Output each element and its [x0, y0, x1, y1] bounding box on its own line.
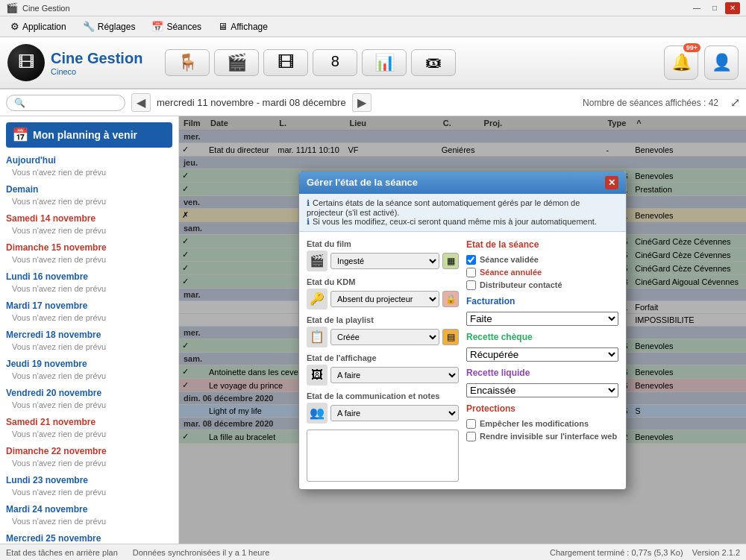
facturation-select[interactable]: Faite A faire Non requis — [466, 312, 618, 326]
etat-playlist-select[interactable]: Créée Non créée En cours — [330, 329, 439, 345]
checkbox-empecher[interactable]: Empêcher les modifications — [466, 419, 618, 429]
statusbar-load: Chargement terminé : 0,77s (5,3 Ko) — [550, 548, 683, 557]
facturation-group: Facturation Faite A faire Non requis — [466, 296, 618, 326]
checkbox-validee-input[interactable] — [466, 255, 476, 265]
ticket-icon: 🎟 — [425, 53, 442, 72]
day-label-4: Lundi 16 novembre — [6, 270, 172, 283]
modal-overlay: Gérer l'état de la séance ✕ ℹCertains ét… — [179, 116, 746, 544]
etat-affichage-select[interactable]: A faire Fait Non requis — [330, 367, 459, 383]
toolbar-btn-6[interactable]: 🎟 — [411, 49, 456, 76]
day-label-3: Dimanche 15 novembre — [6, 241, 172, 254]
toolbar-buttons: 🪑 🎬 🎞 8 📊 🎟 — [165, 49, 656, 76]
day-empty-5: Vous n'avez rien de prévu — [6, 312, 172, 325]
recette-liquide-title: Recette liquide — [466, 368, 618, 378]
kdm-field-icon: 🔑 — [307, 289, 327, 309]
toolbar-btn-3[interactable]: 🎞 — [263, 49, 308, 76]
search-input[interactable] — [6, 95, 125, 111]
day-label-6: Mercredi 18 novembre — [6, 328, 172, 342]
facturation-title: Facturation — [466, 296, 618, 306]
chart-icon: 📊 — [374, 53, 395, 72]
toolbar-btn-4[interactable]: 8 — [313, 49, 357, 76]
notification-area: 🔔 99+ 👤 — [664, 45, 739, 80]
toolbar-btn-2[interactable]: 🎬 — [214, 49, 259, 76]
protections-group: Protections Empêcher les modifications R… — [466, 403, 618, 441]
etat-kdm-select[interactable]: Absent du projecteur Présent Non requis — [330, 291, 439, 307]
etat-film-action[interactable]: ▦ — [442, 253, 459, 269]
app-logo: 🎞 Cine Gestion Cineco — [7, 44, 142, 81]
day-empty-11: Vous n'avez rien de prévu — [6, 487, 172, 500]
window-controls: — □ ✕ — [689, 2, 740, 14]
nav-arrow-right[interactable]: ▶ — [352, 93, 372, 112]
titlebar-text: Cine Gestion — [22, 4, 70, 13]
recette-cheque-select[interactable]: Récupérée A récupérer Pas de chèque — [466, 347, 618, 362]
notes-textarea[interactable] — [307, 430, 459, 482]
communication-field-icon: 👥 — [307, 403, 327, 424]
checkbox-invisible-input[interactable] — [466, 432, 476, 441]
day-empty-8: Vous n'avez rien de prévu — [6, 400, 172, 412]
checkbox-empecher-input[interactable] — [466, 419, 476, 429]
application-icon: ⚙ — [10, 21, 19, 32]
nav-arrow-left[interactable]: ◀ — [131, 93, 151, 112]
playlist-field-icon: 📋 — [307, 327, 327, 347]
expand-button[interactable]: ⤢ — [730, 95, 740, 110]
menu-application[interactable]: ⚙ Application — [3, 19, 74, 34]
etat-film-group: Etat du film 🎬 Ingesté Non ingesté En co… — [307, 239, 459, 271]
app-subtitle: Cineco — [51, 67, 142, 76]
day-label-12: Mardi 24 novembre — [6, 503, 172, 516]
modal-close-button[interactable]: ✕ — [605, 176, 618, 189]
etat-affichage-group: Etat de l'affichage 🖼 A faire Fait Non r… — [307, 353, 459, 386]
checkbox-distributeur[interactable]: Distributeur contacté — [466, 280, 618, 290]
checkbox-validee[interactable]: Séance validée — [466, 255, 618, 265]
day-label-13: Mercredi 25 novembre — [6, 532, 172, 544]
menu-affichage[interactable]: 🖥 Affichage — [210, 19, 275, 34]
day-empty-0: Vous n'avez rien de prévu — [6, 167, 172, 180]
etat-film-select[interactable]: Ingesté Non ingesté En cours — [330, 253, 439, 269]
day-empty-1: Vous n'avez rien de prévu — [6, 196, 172, 209]
chair-icon: 🪑 — [178, 53, 198, 72]
sidebar-header: 📅 Mon planning à venir — [6, 122, 172, 148]
day-empty-2: Vous n'avez rien de prévu — [6, 225, 172, 238]
etat-kdm-label: Etat du KDM — [307, 277, 459, 286]
notification-button[interactable]: 🔔 99+ — [664, 45, 698, 80]
recette-cheque-group: Recette chèque Récupérée A récupérer Pas… — [466, 332, 618, 362]
user-button[interactable]: 👤 — [704, 45, 739, 80]
etat-playlist-action[interactable]: ▤ — [442, 329, 459, 345]
day-empty-12: Vous n'avez rien de prévu — [6, 516, 172, 529]
toolbar-btn-5[interactable]: 📊 — [362, 49, 407, 76]
clapper-icon: 🎬 — [227, 53, 247, 72]
checkbox-distributeur-input[interactable] — [466, 280, 476, 290]
close-button[interactable]: ✕ — [725, 2, 740, 14]
day-section-aujourdhui: Aujourd'hui Vous n'avez rien de prévu — [6, 154, 172, 180]
checkbox-annulee[interactable]: Séance annulée — [466, 268, 618, 277]
maximize-button[interactable]: □ — [707, 2, 722, 14]
etat-seance-group: Etat de la séance Séance validée Séance … — [466, 239, 618, 290]
day-label-5: Mardi 17 novembre — [6, 299, 172, 312]
day-label-8: Vendredi 20 novembre — [6, 386, 172, 400]
minimize-button[interactable]: — — [689, 2, 704, 14]
statusbar-right: Chargement terminé : 0,77s (5,3 Ko) Vers… — [550, 548, 740, 557]
etat-communication-select[interactable]: A faire Fait Non requis — [330, 405, 459, 421]
day-empty-4: Vous n'avez rien de prévu — [6, 283, 172, 296]
statusbar-center: Données synchronisées il y a 1 heure — [133, 548, 269, 557]
protections-checkboxes: Empêcher les modifications Rendre invisi… — [466, 419, 618, 441]
menu-reglages[interactable]: 🔧 Réglages — [75, 19, 143, 34]
modal-title: Gérer l'état de la séance — [307, 177, 418, 188]
content-area: Film Date L. Lieu C. Proj. Type ^ mer. ✓… — [179, 116, 746, 544]
checkbox-invisible[interactable]: Rendre invisible sur l'interface web — [466, 432, 618, 441]
checkbox-annulee-input[interactable] — [466, 268, 476, 277]
day-section-demain: Demain Vous n'avez rien de prévu — [6, 183, 172, 209]
modal-left-column: Etat du film 🎬 Ingesté Non ingesté En co… — [307, 239, 459, 482]
day-label-11: Lundi 23 novembre — [6, 474, 172, 487]
etat-kdm-action[interactable]: 🔒 — [442, 291, 459, 307]
recette-liquide-select[interactable]: Encaissée A encaisser Pas de liquide — [466, 383, 618, 397]
menu-seances[interactable]: 📅 Séances — [144, 19, 209, 34]
day-label-9: Samedi 21 novembre — [6, 415, 172, 429]
toolbar-btn-1[interactable]: 🪑 — [165, 49, 210, 76]
statusbar-left: Etat des tâches en arrière plan — [6, 548, 118, 557]
day-empty-6: Vous n'avez rien de prévu — [6, 342, 172, 354]
film-field-icon: 🎬 — [307, 251, 327, 271]
etat-affichage-row: 🖼 A faire Fait Non requis — [307, 365, 459, 386]
sidebar: 📅 Mon planning à venir Aujourd'hui Vous … — [0, 116, 179, 544]
checkbox-validee-label: Séance validée — [480, 255, 539, 264]
day-empty-9: Vous n'avez rien de prévu — [6, 429, 172, 441]
